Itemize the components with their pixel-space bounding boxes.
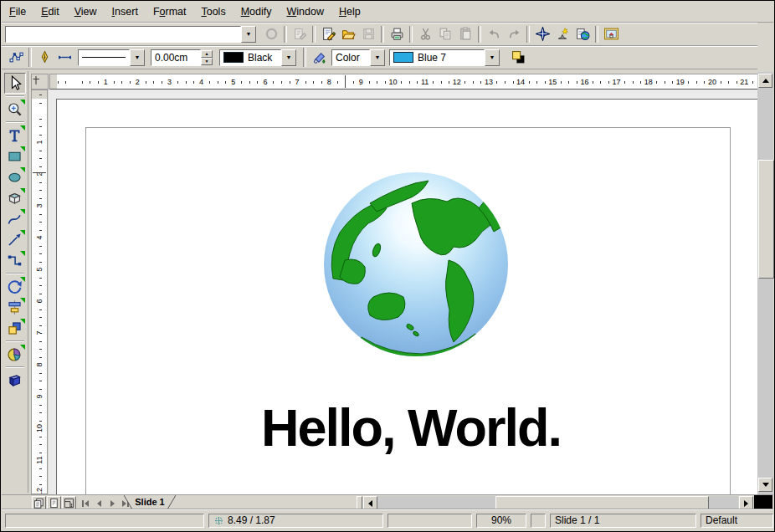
ruler-tick — [39, 246, 42, 247]
vertical-scrollbar[interactable] — [757, 72, 773, 494]
ruler-tick — [39, 95, 42, 95]
line-color-dropdown-button[interactable]: ▼ — [281, 49, 296, 66]
imagemap-button[interactable] — [601, 24, 621, 44]
ruler-tick — [39, 389, 42, 390]
vscroll-thumb[interactable] — [758, 160, 774, 279]
line-width-value[interactable]: 0.00cm — [151, 49, 201, 66]
tool-select-button[interactable] — [4, 73, 26, 94]
edit-points-button[interactable] — [6, 48, 26, 68]
line-style-combobox[interactable]: ▼ — [78, 49, 145, 66]
menu-help[interactable]: Help — [331, 3, 368, 20]
ruler-number: 12 — [450, 78, 464, 86]
tool-arrange-button[interactable] — [4, 318, 26, 339]
tool-rotate-button[interactable] — [4, 276, 26, 297]
autopilot-button[interactable] — [552, 24, 572, 44]
status-zoom-field[interactable]: 90% — [476, 514, 526, 528]
tool-objects-3d-button[interactable] — [4, 187, 26, 208]
ruler-tick — [130, 81, 131, 84]
area-style-combobox[interactable]: Color ▼ — [331, 49, 385, 66]
tool-alignment-button[interactable] — [4, 297, 26, 318]
line-dialog-button[interactable] — [34, 48, 54, 68]
menu-bar: FileEditViewInsertFormatToolsModifyWindo… — [2, 1, 773, 23]
status-bar: 8.49 / 1.87 90% Slide 1 / 1 Default — [2, 509, 773, 530]
url-combobox[interactable]: ▼ — [5, 26, 256, 43]
area-dialog-button[interactable] — [309, 48, 329, 68]
ruler-tick — [39, 357, 42, 358]
ruler-tick — [321, 81, 322, 84]
tool-lines-arrows-button[interactable] — [4, 229, 26, 250]
menu-view[interactable]: View — [67, 3, 105, 20]
area-color-value: Blue 7 — [389, 49, 485, 66]
undo-icon — [487, 27, 501, 41]
navigator-button[interactable] — [532, 24, 552, 44]
save-document-button — [358, 24, 378, 44]
ruler-origin-icon — [32, 74, 48, 89]
ruler-tick — [600, 81, 601, 84]
globe-image[interactable] — [321, 170, 511, 359]
menu-format[interactable]: Format — [146, 3, 194, 20]
slide-heading-text[interactable]: Hello, World. — [202, 397, 620, 458]
ruler-tick — [696, 81, 697, 84]
horizontal-ruler[interactable]: 123456789101112131415161718192021 — [49, 74, 759, 90]
menu-modify[interactable]: Modify — [234, 3, 280, 20]
menu-file[interactable]: File — [2, 3, 33, 20]
tool-ellipse-button[interactable] — [4, 166, 26, 187]
menu-insert[interactable]: Insert — [105, 3, 146, 20]
vertical-ruler[interactable]: 123456789101112 — [31, 90, 48, 494]
imagemap-icon — [604, 27, 618, 41]
drawing-canvas[interactable]: Hello, World. — [49, 90, 759, 494]
tool-curve-button[interactable] — [4, 208, 26, 229]
line-color-combobox[interactable]: Black ▼ — [219, 49, 296, 66]
up-arrow-icon — [762, 79, 769, 83]
area-style-dropdown-button[interactable]: ▼ — [370, 49, 385, 66]
line-width-spinner[interactable]: 0.00cm ▲ ▼ — [151, 49, 213, 66]
separator — [381, 26, 384, 43]
tool-zoom-button[interactable] — [4, 99, 26, 120]
flyout-indicator-icon — [20, 298, 25, 303]
url-input[interactable] — [5, 26, 241, 43]
ruler-tick — [39, 285, 42, 286]
area-color-dropdown-button[interactable]: ▼ — [485, 49, 500, 66]
tool-rectangle-button[interactable] — [4, 146, 26, 166]
menu-edit[interactable]: Edit — [33, 3, 67, 20]
redo-icon — [507, 27, 521, 41]
tool-insert-button[interactable] — [4, 344, 26, 365]
ruler-tick — [513, 81, 514, 84]
separator — [595, 26, 598, 43]
tool-connector-button[interactable] — [4, 250, 26, 271]
tool-text-button[interactable] — [4, 125, 26, 146]
line-style-dropdown-button[interactable]: ▼ — [130, 49, 145, 66]
url-dropdown-button[interactable]: ▼ — [241, 26, 256, 43]
menu-tools[interactable]: Tools — [193, 3, 233, 20]
ruler-tick — [704, 81, 705, 84]
cursor-position: 8.49 / 1.87 — [228, 514, 275, 527]
ruler-tick — [281, 81, 282, 84]
shadow-button[interactable] — [508, 48, 528, 68]
line-width-down-button[interactable]: ▼ — [201, 58, 213, 65]
ruler-tick — [39, 412, 42, 413]
menu-window[interactable]: Window — [279, 3, 331, 20]
area-color-combobox[interactable]: Blue 7 ▼ — [389, 49, 500, 66]
solid-line-sample — [82, 57, 126, 58]
ruler-number: 2 — [131, 78, 144, 86]
ruler-origin-corner[interactable] — [31, 74, 49, 90]
scroll-down-button[interactable] — [758, 478, 772, 492]
status-page-style-field[interactable]: Default — [701, 514, 773, 528]
scroll-up-button[interactable] — [758, 74, 772, 88]
tool-effects-3d-button[interactable] — [4, 370, 26, 391]
area-color-swatch — [393, 52, 413, 63]
line-width-up-button[interactable]: ▲ — [201, 50, 213, 58]
print-document-button[interactable] — [387, 24, 407, 44]
flyout-indicator-icon — [20, 125, 25, 130]
gallery-button[interactable] — [572, 24, 593, 44]
line-color-swatch — [223, 52, 244, 63]
open-document-button[interactable] — [338, 24, 358, 44]
new-document-button[interactable] — [318, 24, 338, 44]
status-slide-field[interactable]: Slide 1 / 1 — [550, 514, 696, 528]
status-position-field[interactable]: 8.49 / 1.87 — [208, 514, 383, 528]
object-toolbar: ▼ 0.00cm ▲ ▼ Black ▼ Color ▼ Blue — [2, 46, 757, 69]
arrow-style-button[interactable] — [54, 48, 74, 68]
gallery-icon — [576, 27, 590, 41]
slide-view-icon — [33, 497, 45, 509]
ruler-tick — [121, 81, 122, 84]
